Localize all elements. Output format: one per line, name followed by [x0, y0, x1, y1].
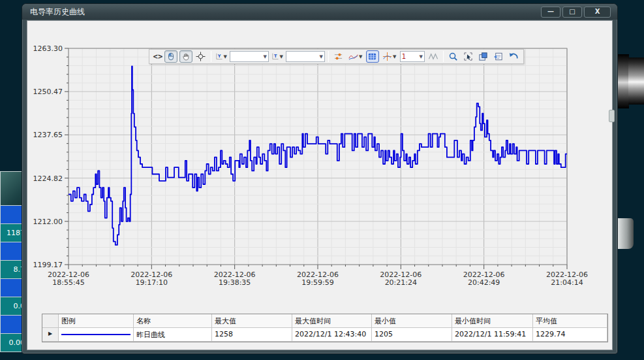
- cell-min-value: 1205: [372, 328, 452, 342]
- chart-toolbar: <> Y▼ ▼ T▼ ▼: [149, 49, 524, 64]
- crosshair-button[interactable]: [194, 50, 207, 63]
- cell-max-value: 1258: [212, 328, 292, 342]
- chevron-down-icon: ▼: [359, 54, 362, 59]
- legend-line: [61, 334, 130, 335]
- window-title: 电导率历史曲线: [30, 7, 85, 16]
- hand-pan-button[interactable]: [179, 50, 192, 63]
- svg-text:20:21:24: 20:21:24: [385, 278, 417, 287]
- undo-arrow-icon: [508, 52, 519, 61]
- chevron-down-icon: ▼: [319, 54, 322, 59]
- export-button[interactable]: [477, 50, 490, 63]
- svg-text:1263.30: 1263.30: [33, 44, 63, 53]
- col-header-max-time[interactable]: 最大值时间: [292, 314, 372, 328]
- chevron-down-icon: ▼: [263, 54, 266, 59]
- cell-series-name: 昨日曲线: [134, 328, 212, 342]
- window-controls: — □ X: [541, 7, 611, 18]
- report-page-icon: [493, 52, 503, 61]
- trend-plot[interactable]: 1263.301250.471237.651224.821212.001199.…: [27, 21, 613, 312]
- col-header-name[interactable]: 名称: [134, 314, 212, 328]
- legend-cell: [59, 328, 134, 342]
- col-header-legend[interactable]: 图例: [59, 314, 134, 328]
- axes-count-combobox[interactable]: 1▼: [400, 51, 425, 62]
- trend-window: 电导率历史曲线 — □ X 1263.301250.471237.651224.…: [22, 3, 618, 354]
- chevron-down-icon: ▼: [223, 54, 226, 59]
- magnifier-icon: [448, 52, 458, 61]
- row-selector[interactable]: ▶: [42, 328, 59, 342]
- grid-toggle-button[interactable]: [366, 50, 379, 63]
- svg-text:1250.47: 1250.47: [33, 88, 63, 96]
- col-header-max[interactable]: 最大值: [212, 314, 292, 328]
- close-button[interactable]: X: [584, 7, 611, 18]
- chevron-down-icon: ▼: [279, 54, 283, 59]
- chevron-down-icon: ▼: [393, 54, 396, 59]
- export-icon: [478, 52, 488, 61]
- t-axis-select-button[interactable]: T▼: [271, 50, 284, 63]
- svg-text:21:04:14: 21:04:14: [551, 278, 583, 287]
- crosshair-icon: [196, 52, 206, 61]
- edge-tab-graphic: [609, 110, 615, 122]
- axes-icon: [382, 52, 392, 61]
- col-header-avg[interactable]: 平均值: [533, 314, 607, 328]
- grid-icon: [367, 52, 377, 61]
- toolbar-separator: [211, 51, 211, 62]
- toolbar-separator: [328, 51, 329, 62]
- svg-text:19:17:10: 19:17:10: [136, 278, 168, 287]
- legend-table: 图例 名称 最大值 最大值时间 最小值 最小值时间 平均值 ▶ 昨日曲线 125…: [42, 314, 608, 342]
- report-button[interactable]: [492, 50, 505, 63]
- select-region-icon: [463, 52, 473, 61]
- svg-text:T: T: [274, 54, 277, 59]
- sliders-icon: [333, 52, 343, 61]
- toolbar-separator: [443, 51, 444, 62]
- svg-text:1212.00: 1212.00: [33, 218, 63, 226]
- svg-text:1237.65: 1237.65: [33, 131, 63, 139]
- mouse-mode-button[interactable]: [164, 50, 177, 63]
- curves-icon: [348, 52, 358, 61]
- y-axis-combobox[interactable]: ▼: [230, 51, 269, 62]
- window-client-area: 1263.301250.471237.651224.821212.001199.…: [27, 20, 613, 350]
- pipe-graphic: [628, 57, 644, 105]
- axes-count-button[interactable]: ▼: [381, 50, 398, 63]
- table-corner-cell: [42, 314, 59, 328]
- t-axis-icon: T: [271, 52, 279, 61]
- mouse-icon: [166, 52, 176, 61]
- wave-icon: [428, 52, 438, 61]
- cell-max-time: 2022/12/1 12:43:40: [292, 328, 372, 342]
- t-axis-combobox[interactable]: ▼: [286, 51, 325, 62]
- col-header-min-time[interactable]: 最小值时间: [452, 314, 533, 328]
- svg-text:20:42:49: 20:42:49: [468, 278, 500, 287]
- sliders-button[interactable]: [332, 50, 345, 63]
- select-region-button[interactable]: [462, 50, 475, 63]
- hand-icon: [181, 52, 191, 61]
- window-titlebar[interactable]: 电导率历史曲线: [22, 4, 617, 20]
- zoom-button[interactable]: [447, 50, 460, 63]
- pipe-flange-graphic: [617, 54, 629, 108]
- y-axis-select-button[interactable]: Y▼: [215, 50, 228, 63]
- wave-button[interactable]: [427, 50, 440, 63]
- svg-text:19:59:59: 19:59:59: [301, 278, 333, 287]
- cell-avg-value: 1229.74: [533, 328, 607, 342]
- svg-text:1199.17: 1199.17: [33, 261, 63, 269]
- cell-min-time: 2022/12/1 11:59:41: [452, 328, 533, 342]
- chevron-down-icon: ▼: [419, 54, 422, 59]
- col-header-min[interactable]: 最小值: [372, 314, 452, 328]
- minimize-button[interactable]: —: [541, 7, 560, 18]
- pan-handle-icon[interactable]: <>: [153, 53, 162, 60]
- maximize-button[interactable]: □: [562, 7, 582, 18]
- svg-text:Y: Y: [217, 54, 221, 59]
- y-axis-icon: Y: [215, 52, 223, 61]
- svg-text:1224.82: 1224.82: [33, 174, 63, 183]
- undo-button[interactable]: [507, 50, 520, 63]
- curve-style-button[interactable]: ▼: [347, 50, 364, 63]
- svg-text:19:38:35: 19:38:35: [219, 278, 251, 287]
- svg-text:18:55:45: 18:55:45: [52, 278, 84, 287]
